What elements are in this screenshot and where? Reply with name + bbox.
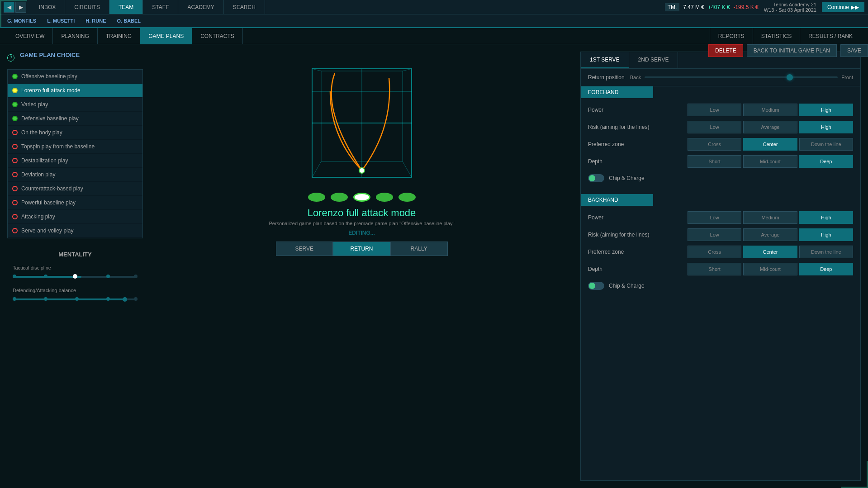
subnav-tab-contracts[interactable]: CONTRACTS	[192, 28, 243, 44]
subnav-tab-planning[interactable]: PLANNING	[53, 28, 97, 44]
game-plan-item-11[interactable]: Serve-and-volley play	[8, 224, 142, 238]
backhand-risk-average[interactable]: Average	[743, 228, 797, 241]
save-button[interactable]: Save	[840, 44, 868, 57]
dot-green-icon	[12, 74, 18, 79]
backhand-depth-deep[interactable]: Deep	[799, 263, 853, 275]
top-bar: ◀ ▶ Inbox Circuits Team Staff Academy Se…	[0, 0, 868, 14]
nav-tab-inbox[interactable]: Inbox	[30, 0, 65, 14]
subnav-tab-statistics[interactable]: STATISTICS	[753, 28, 800, 44]
forehand-depth-row: Depth Short Mid-court Deep	[588, 155, 853, 168]
backhand-risk-label: Risk (aiming for the lines)	[588, 232, 688, 238]
forehand-risk-high[interactable]: High	[799, 121, 853, 133]
backhand-risk-low[interactable]: Low	[688, 228, 741, 241]
serve-tab-1st[interactable]: 1ST SERVE	[581, 52, 629, 68]
game-plan-label-3: Defensive baseline play	[21, 115, 79, 122]
forehand-risk-low[interactable]: Low	[688, 121, 741, 133]
subnav-tab-training[interactable]: TRAINING	[98, 28, 140, 44]
backhand-zone-center[interactable]: Center	[743, 246, 797, 258]
backhand-chip-label: Chip & Charge	[609, 283, 645, 289]
forehand-zone-center[interactable]: Center	[743, 138, 797, 151]
backhand-depth-midcourt[interactable]: Mid-court	[743, 263, 797, 275]
forehand-zone-downline[interactable]: Down the line	[799, 138, 853, 151]
forehand-depth-midcourt[interactable]: Mid-court	[743, 155, 797, 168]
tactical-discipline-label: Tactical discipline	[13, 265, 138, 270]
game-plan-name: Lorenzo full attack mode	[308, 207, 416, 219]
forehand-risk-row: Risk (aiming for the lines) Low Average …	[588, 121, 853, 133]
player-bar: G. MONFILS L. MUSETTI H. RUNE O. BABEL	[0, 14, 868, 28]
subnav-tab-reports[interactable]: REPORTS	[710, 28, 753, 44]
forehand-chip-toggle[interactable]	[588, 174, 604, 182]
defending-attacking-group: Defending/Attacking balance	[13, 288, 138, 303]
subnav-tab-results[interactable]: RESULTS / RANK	[800, 28, 861, 44]
delete-button[interactable]: Delete	[708, 44, 743, 57]
player-tab-rune[interactable]: H. RUNE	[85, 18, 106, 24]
position-slider[interactable]	[645, 76, 838, 78]
backhand-chip-toggle[interactable]	[588, 282, 604, 290]
backhand-risk-high[interactable]: High	[799, 228, 853, 241]
game-plan-item-6[interactable]: Destabilization play	[8, 154, 142, 168]
return-button[interactable]: Return	[333, 242, 390, 256]
backhand-power-low[interactable]: Low	[688, 211, 741, 224]
game-plan-item-3[interactable]: Defensive baseline play	[8, 112, 142, 126]
forehand-chip-row: Chip & Charge	[588, 172, 853, 184]
backhand-zone-downline[interactable]: Down the line	[799, 246, 853, 258]
help-icon[interactable]: ?	[7, 54, 14, 62]
nav-tab-search[interactable]: Search	[224, 0, 265, 14]
player-dot-selected[interactable]	[353, 193, 370, 202]
game-plan-item-4[interactable]: On the body play	[8, 126, 142, 140]
backhand-depth-short[interactable]: Short	[688, 263, 741, 275]
forehand-depth-short[interactable]: Short	[688, 155, 741, 168]
nav-tab-team[interactable]: Team	[109, 0, 143, 14]
continue-button[interactable]: Continue ▶▶	[822, 2, 864, 12]
subnav-tab-gameplans[interactable]: GAME PLANS	[140, 28, 192, 44]
game-plan-item-2[interactable]: Varied play	[8, 98, 142, 112]
player-tab-musetti[interactable]: L. MUSETTI	[47, 18, 75, 24]
game-plan-item-9[interactable]: Powerful baseline play	[8, 196, 142, 210]
nav-tab-circuits[interactable]: Circuits	[65, 0, 109, 14]
panel-title: GAME PLAN CHOICE	[18, 52, 80, 58]
rally-button[interactable]: Rally	[390, 242, 448, 256]
slider-thumb-2	[123, 297, 127, 302]
slider-marker-5	[13, 297, 16, 301]
app-title: Tennis Academy 21	[764, 2, 816, 7]
game-plan-label-2: Varied play	[21, 101, 48, 108]
svg-line-7	[312, 161, 321, 177]
player-tab-babel[interactable]: O. BABEL	[117, 18, 141, 24]
forehand-depth-deep[interactable]: Deep	[799, 155, 853, 168]
back-initial-button[interactable]: Back to initial game plan	[747, 44, 837, 57]
forehand-power-low[interactable]: Low	[688, 104, 741, 116]
backhand-zone-row: Preferred zone Cross Center Down the lin…	[588, 246, 853, 258]
game-plan-item-0[interactable]: Offensive baseline play	[8, 70, 142, 84]
forehand-zone-cross[interactable]: Cross	[688, 138, 741, 151]
backhand-power-medium[interactable]: Medium	[743, 211, 797, 224]
game-plan-item-7[interactable]: Deviation play	[8, 168, 142, 182]
backhand-settings: Power Low Medium High Risk (aiming for t…	[581, 206, 860, 302]
dot-red-icon-7	[12, 172, 18, 177]
game-plan-item-10[interactable]: Attacking play	[8, 210, 142, 224]
defending-attacking-slider[interactable]	[13, 296, 138, 303]
slider-marker-7	[75, 297, 79, 301]
game-plan-item-1[interactable]: Lorenzo full attack mode	[8, 84, 142, 98]
serve-button[interactable]: Serve	[276, 242, 333, 256]
mentality-title: MENTALITY	[13, 251, 138, 258]
left-panel: ? GAME PLAN CHOICE Delete Back to initia…	[7, 52, 143, 481]
tactical-discipline-slider[interactable]	[13, 273, 138, 280]
forehand-power-high[interactable]: High	[799, 104, 853, 116]
nav-tab-academy[interactable]: Academy	[178, 0, 223, 14]
player-dot-4[interactable]	[398, 193, 416, 202]
backhand-power-high[interactable]: High	[799, 211, 853, 224]
defending-attacking-label: Defending/Attacking balance	[13, 288, 138, 293]
game-plan-item-5[interactable]: Topspin play from the baseline	[8, 140, 142, 154]
subnav-tab-overview[interactable]: OVERVIEW	[7, 28, 53, 44]
serve-tab-2nd[interactable]: 2ND SERVE	[629, 52, 678, 68]
player-dot-1[interactable]	[308, 193, 325, 202]
player-dot-2[interactable]	[331, 193, 348, 202]
backhand-zone-cross[interactable]: Cross	[688, 246, 741, 258]
forehand-risk-average[interactable]: Average	[743, 121, 797, 133]
game-plan-item-8[interactable]: Counterattack-based play	[8, 182, 142, 196]
player-dot-3[interactable]	[376, 193, 393, 202]
sub-nav: OVERVIEW PLANNING TRAINING GAME PLANS CO…	[0, 28, 868, 44]
forehand-power-row: Power Low Medium High	[588, 104, 853, 116]
forehand-power-medium[interactable]: Medium	[743, 104, 797, 116]
nav-tab-staff[interactable]: Staff	[143, 0, 178, 14]
